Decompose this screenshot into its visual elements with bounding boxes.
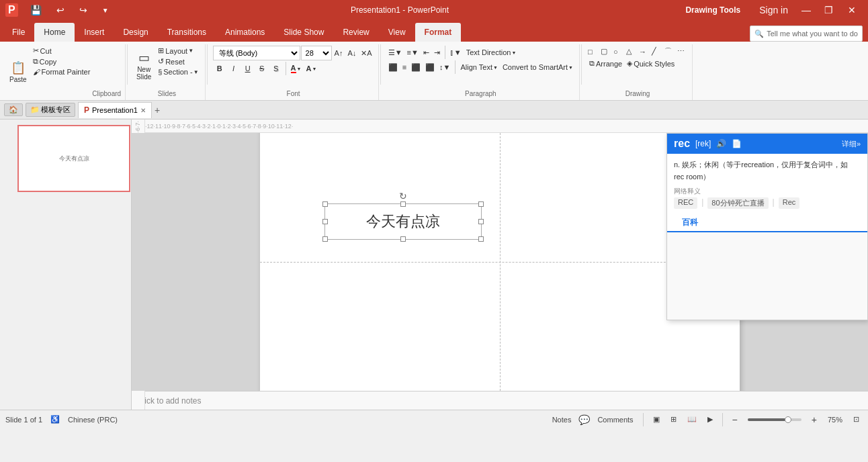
text-box[interactable]: ↻ 今天有点凉 — [324, 203, 482, 240]
shape-circle-btn[interactable]: ○ — [613, 46, 625, 57]
notes-bar[interactable]: Click to add notes — [132, 391, 868, 410]
zoom-out-button[interactable]: − — [729, 413, 741, 426]
quick-styles-button[interactable]: ◈ Quick Styles — [625, 58, 677, 68]
slide-thumbnail[interactable]: 今天有点凉 — [17, 125, 130, 192]
fit-slide-button[interactable]: ⊡ — [850, 414, 863, 425]
reading-view-button[interactable]: 📖 — [684, 414, 700, 425]
tab-view[interactable]: View — [379, 23, 415, 42]
handle-bottom-left[interactable] — [322, 236, 328, 242]
decrease-font-button[interactable]: A↓ — [345, 48, 358, 58]
shadow-button[interactable]: S — [269, 64, 283, 73]
numbered-list-button[interactable]: ≡▼ — [405, 48, 421, 57]
text-direction-button[interactable]: Text Direction ▼ — [464, 48, 519, 57]
highlight-button[interactable]: A ▼ — [304, 64, 319, 73]
tab-transitions[interactable]: Transitions — [158, 23, 216, 42]
format-painter-button[interactable]: 🖌 Format Painter — [31, 67, 93, 77]
notes-button[interactable]: Notes — [549, 414, 575, 425]
presentation-tab[interactable]: P Presentation1 ✕ — [78, 102, 152, 118]
close-tab-icon[interactable]: ✕ — [140, 107, 146, 114]
copy-button[interactable]: ⧉ Copy — [31, 56, 93, 66]
zoom-thumb[interactable] — [785, 416, 791, 423]
align-center-button[interactable]: ≡ — [400, 62, 408, 72]
shape-curve-btn[interactable]: ⌒ — [664, 46, 676, 57]
redo-icon[interactable]: ↪ — [74, 3, 93, 17]
paste-button[interactable]: 📋 Paste — [7, 46, 30, 99]
accessibility-icon[interactable]: ♿ — [50, 415, 60, 424]
slide-sorter-button[interactable]: ⊞ — [667, 414, 680, 425]
shape-triangle-btn[interactable]: △ — [625, 46, 638, 57]
clear-format-button[interactable]: ✕A — [359, 48, 374, 58]
zoom-in-button[interactable]: + — [808, 413, 820, 426]
dict-tab-bing[interactable] — [706, 214, 722, 232]
tab-file[interactable]: File — [3, 23, 34, 42]
layout-button[interactable]: ⊞ Layout ▼ — [156, 46, 200, 56]
increase-font-button[interactable]: A↑ — [333, 48, 345, 58]
tab-insert[interactable]: Insert — [75, 23, 114, 42]
font-name-select[interactable]: 等线 (Body) — [213, 46, 300, 60]
bullet-list-button[interactable]: ☰▼ — [386, 48, 404, 58]
reset-button[interactable]: ↺ Reset — [156, 56, 200, 66]
columns-button[interactable]: ⫿▼ — [448, 48, 464, 57]
dict-tab-baike[interactable]: 百科 — [674, 214, 706, 232]
tab-review[interactable]: Review — [333, 23, 378, 42]
slideshow-button[interactable]: ▶ — [704, 414, 716, 425]
font-size-select[interactable]: 28 — [301, 46, 332, 60]
handle-top-left[interactable] — [322, 201, 328, 207]
template-zone-button[interactable]: 📁 模板专区 — [26, 103, 75, 117]
tell-me-input[interactable]: 🔍 Tell me what you want to do — [750, 26, 863, 42]
signin-button[interactable]: Sign in — [754, 3, 793, 17]
shape-rect-btn[interactable]: □ — [587, 46, 599, 57]
align-text-button[interactable]: Align Text ▼ — [458, 62, 499, 72]
undo-icon[interactable]: ↩ — [51, 3, 70, 17]
zoom-slider[interactable] — [748, 418, 801, 421]
canvas-area[interactable]: ↻ 今天有点凉 — [132, 133, 868, 391]
font-color-button[interactable]: A ▼ — [289, 63, 304, 74]
dict-copy-button[interactable]: 📄 — [732, 139, 742, 148]
close-button[interactable]: ✕ — [841, 3, 863, 17]
comments-button[interactable]: Comments — [594, 414, 636, 425]
handle-top-mid[interactable] — [400, 201, 406, 207]
shape-arrow-btn[interactable]: → — [638, 46, 650, 57]
decrease-indent-button[interactable]: ⇤ — [421, 48, 431, 58]
handle-mid-left[interactable] — [322, 219, 328, 224]
rotate-handle[interactable]: ↻ — [399, 191, 407, 201]
home-folder-button[interactable]: 🏠 — [4, 103, 23, 116]
handle-bottom-mid[interactable] — [400, 236, 406, 242]
save-icon[interactable]: 💾 — [25, 3, 47, 17]
handle-top-right[interactable] — [478, 201, 484, 207]
section-button[interactable]: § Section - ▼ — [156, 67, 200, 77]
add-tab-button[interactable]: + — [155, 105, 160, 116]
handle-bottom-right[interactable] — [478, 236, 484, 242]
new-slide-button[interactable]: ▭ New Slide — [133, 46, 155, 86]
handle-mid-right[interactable] — [478, 219, 484, 224]
increase-indent-button[interactable]: ⇥ — [432, 48, 442, 58]
tab-design[interactable]: Design — [114, 23, 157, 42]
zoom-level[interactable]: 75% — [824, 414, 846, 425]
italic-button[interactable]: I — [227, 64, 241, 73]
strikethrough-button[interactable]: S — [255, 64, 269, 73]
cut-button[interactable]: ✂ Cut — [31, 46, 93, 56]
dict-speak-button[interactable]: 🔊 — [716, 139, 726, 148]
tab-home[interactable]: Home — [34, 23, 75, 42]
bold-button[interactable]: B — [213, 64, 226, 73]
customize-icon[interactable]: ▼ — [97, 5, 114, 15]
minimize-button[interactable]: — — [796, 3, 816, 17]
shapes-more-btn[interactable]: ⋯ — [677, 46, 689, 57]
align-left-button[interactable]: ⬛ — [386, 62, 400, 73]
line-spacing-button[interactable]: ↕▼ — [437, 62, 452, 72]
shadow-icon: S — [273, 64, 278, 73]
arrange-button[interactable]: ⧉ Arrange — [587, 58, 624, 68]
underline-button[interactable]: U — [241, 64, 255, 73]
align-right-button[interactable]: ⬛ — [409, 62, 423, 73]
restore-button[interactable]: ❐ — [819, 3, 838, 17]
shape-line-btn[interactable]: ╱ — [651, 46, 663, 57]
dict-more-button[interactable]: 详细» — [842, 139, 861, 149]
convert-smartart-button[interactable]: Convert to SmartArt ▼ — [501, 62, 575, 72]
tab-format[interactable]: Format — [415, 23, 462, 42]
arrange-icon: ⧉ — [589, 59, 595, 68]
justify-button[interactable]: ⬛ — [423, 62, 437, 73]
tab-slideshow[interactable]: Slide Show — [274, 23, 333, 42]
shape-round-rect-btn[interactable]: ▢ — [600, 46, 612, 57]
normal-view-button[interactable]: ▣ — [650, 414, 663, 425]
tab-animations[interactable]: Animations — [216, 23, 274, 42]
